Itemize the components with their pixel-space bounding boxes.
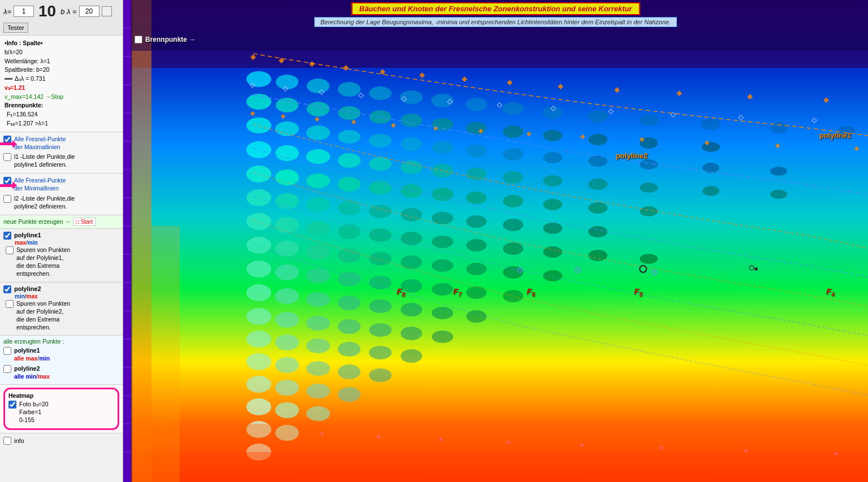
- svg-point-36: [306, 125, 330, 140]
- svg-point-59: [640, 183, 658, 193]
- spuren2-checkbox[interactable]: [6, 300, 14, 308]
- delta-val: Δ₀λ = 0.731: [15, 75, 46, 84]
- svg-point-80: [432, 212, 453, 224]
- svg-point-55: [466, 168, 487, 180]
- neue-punkte-section: neue Punkte erzeugen → □ Start: [0, 215, 123, 229]
- start-button[interactable]: □ Start: [73, 218, 96, 226]
- brennpunkte-checkbox-area: Brennpunkte →: [134, 35, 196, 44]
- delta-rect: [5, 78, 12, 80]
- svg-point-84: [588, 226, 607, 237]
- svg-point-39: [401, 137, 422, 151]
- alle-poly1-row: polyline1 alle max/min: [3, 346, 119, 362]
- svg-point-18: [701, 119, 721, 130]
- svg-point-70: [503, 195, 523, 207]
- tester-button[interactable]: Tester: [3, 23, 28, 33]
- fresnel-maxima-label: Alle Fresnel-Punkte der Maximallinien: [14, 135, 66, 151]
- heatmap-row: Foto b₀=20 Farbe=1 0-155: [8, 400, 114, 424]
- svg-point-119: [338, 296, 361, 310]
- fresnel-minima-section: Alle Fresnel-Punkte der Minimallinien l2…: [0, 173, 123, 215]
- info-checkbox[interactable]: [3, 437, 11, 445]
- big-number: 10: [38, 2, 56, 20]
- fresnel-minima-label: Alle Fresnel-Punkte der Minimallinien: [14, 176, 66, 192]
- arrow-maxima: [0, 140, 17, 148]
- svg-point-88: [338, 224, 361, 239]
- svg-point-118: [306, 292, 330, 307]
- viz-polyline2-label: polyline2: [616, 151, 648, 160]
- svg-point-128: [369, 323, 392, 337]
- b-lambda-input[interactable]: [79, 6, 99, 17]
- f18-val: F₁₈=1.207 >λ=1: [7, 119, 118, 128]
- f1-val: F₁=136.524: [7, 110, 118, 119]
- svg-point-116: [246, 284, 271, 301]
- svg-point-127: [338, 319, 361, 334]
- brennpunkte-viz-checkbox[interactable]: [134, 36, 142, 44]
- l1-checkbox[interactable]: [3, 153, 11, 161]
- info-bottom-section: info: [0, 433, 123, 448]
- color-box[interactable]: [102, 6, 112, 16]
- svg-point-133: [306, 338, 330, 353]
- polyline2-checkbox[interactable]: [3, 285, 11, 293]
- spaltbreite: Spaltbreite: b=20: [5, 66, 118, 75]
- svg-point-57: [543, 175, 562, 186]
- svg-point-85: [246, 213, 271, 230]
- svg-point-41: [466, 145, 487, 157]
- svg-point-87: [306, 221, 330, 236]
- heatmap-checkbox[interactable]: [8, 401, 16, 409]
- svg-point-125: [275, 312, 299, 328]
- svg-point-76: [306, 197, 330, 212]
- sidebar: λ= 10 b λ = Tester •Info : Spalte• b/λ=2…: [0, 0, 123, 482]
- svg-point-92: [466, 239, 487, 251]
- svg-point-19: [770, 122, 788, 133]
- v1-val: v₁=1.21: [5, 84, 25, 91]
- svg-point-42: [503, 148, 523, 160]
- svg-point-120: [369, 299, 392, 313]
- delta-line: Δ₀λ = 0.731: [5, 75, 118, 84]
- svg-point-106: [543, 270, 562, 281]
- svg-point-93: [503, 242, 523, 255]
- vmax-line: v_max=14.142 →Stop: [5, 93, 118, 102]
- f8-label: F8: [397, 286, 405, 298]
- alle-poly1-checkbox[interactable]: [3, 347, 11, 355]
- svg-point-30: [543, 130, 562, 141]
- fresnel-maxima-section: Alle Fresnel-Punkte der Maximallinien l1…: [0, 132, 123, 174]
- l1-label: l1 -Liste der Punkte,die polyline1 defin…: [14, 153, 75, 168]
- svg-point-65: [338, 177, 361, 192]
- heatmap-outer-section: Heatmap Foto b₀=20 Farbe=1 0-155: [0, 385, 123, 434]
- arrow-minima: [0, 181, 17, 189]
- svg-point-144: [306, 384, 330, 398]
- polyline1-checkbox[interactable]: [3, 232, 11, 240]
- lambda-input[interactable]: [14, 6, 34, 17]
- svg-point-50: [306, 149, 330, 164]
- svg-point-214: [754, 267, 758, 271]
- svg-point-29: [503, 125, 523, 138]
- svg-point-86: [275, 217, 299, 233]
- svg-point-83: [543, 223, 562, 234]
- spuren1-label: Spuren von Punkten auf der Polylinie1, d…: [16, 246, 70, 278]
- brennpunkte-title: Brennpunkte:: [5, 101, 118, 110]
- arrow-head-maxima: [12, 140, 17, 148]
- svg-point-131: [246, 331, 271, 348]
- svg-point-6: [246, 71, 271, 87]
- wellenlaenge: Wellenlänge: λ=1: [5, 57, 118, 66]
- svg-point-67: [401, 184, 422, 198]
- svg-point-122: [432, 307, 453, 319]
- svg-point-14: [502, 102, 524, 115]
- svg-point-134: [338, 342, 361, 357]
- svg-point-71: [543, 199, 562, 210]
- svg-point-69: [466, 192, 487, 204]
- svg-point-145: [338, 387, 361, 402]
- svg-point-79: [401, 208, 422, 222]
- svg-point-91: [432, 236, 453, 248]
- spuren1-checkbox[interactable]: [6, 246, 14, 254]
- polyline1-maxmin: max/min: [15, 240, 119, 246]
- info-title-text: •Info : Spalte•: [5, 39, 42, 48]
- svg-point-56: [503, 171, 523, 184]
- svg-point-23: [307, 102, 329, 116]
- svg-point-132: [275, 335, 299, 350]
- heatmap-title: Heatmap: [8, 392, 114, 399]
- l2-checkbox[interactable]: [3, 195, 11, 203]
- svg-point-40: [432, 141, 453, 154]
- arrow-body-maxima: [0, 142, 12, 145]
- alle-poly2-checkbox[interactable]: [3, 365, 11, 373]
- l1-row: l1 -Liste der Punkte,die polyline1 defin…: [3, 153, 119, 168]
